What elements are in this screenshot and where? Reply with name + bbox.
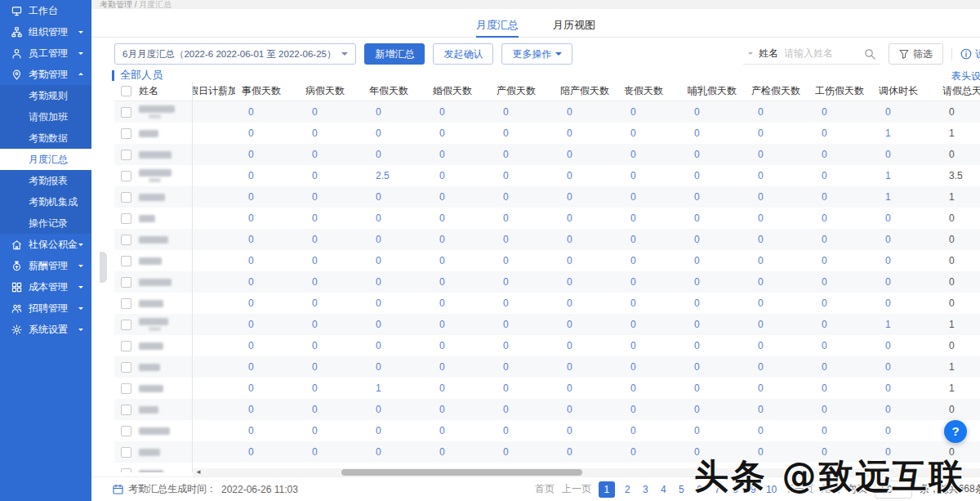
cell-link[interactable]: 0: [745, 297, 808, 309]
cell-link[interactable]: 0: [490, 404, 554, 415]
cell-link[interactable]: 0: [426, 106, 490, 118]
cell-link[interactable]: 0: [299, 212, 363, 224]
sidebar-item-org[interactable]: 组织管理: [0, 21, 91, 42]
cell-link[interactable]: 0: [808, 170, 872, 181]
cell-link[interactable]: 0: [554, 170, 617, 181]
sidebar-item-salary[interactable]: 薪酬管理: [0, 255, 91, 276]
cell-link[interactable]: 0: [554, 446, 617, 458]
cell-link[interactable]: 0: [808, 404, 872, 415]
row-checkbox[interactable]: [121, 171, 131, 181]
cell-link[interactable]: 0: [617, 212, 681, 224]
cell-link[interactable]: 0: [681, 127, 745, 139]
cell-link[interactable]: 0: [745, 361, 808, 373]
cell-link[interactable]: 0: [808, 425, 872, 436]
cell-link[interactable]: 0: [426, 361, 490, 373]
cell-link[interactable]: 0: [426, 276, 490, 288]
search-icon[interactable]: [864, 48, 875, 60]
cell-link[interactable]: 0: [363, 319, 426, 330]
cell-link[interactable]: 0: [363, 276, 426, 288]
cell-link[interactable]: 0: [426, 149, 490, 160]
cell-link[interactable]: 0: [426, 255, 490, 266]
info-link[interactable]: 说明: [960, 47, 980, 61]
row-checkbox[interactable]: [121, 128, 131, 139]
page-number[interactable]: 5: [676, 484, 687, 495]
cell-link[interactable]: 0: [426, 319, 490, 330]
more-actions-button[interactable]: 更多操作: [501, 43, 572, 65]
cell-link[interactable]: 0: [554, 404, 617, 415]
cell-link[interactable]: 0: [808, 212, 872, 224]
cell-link[interactable]: 0: [299, 404, 363, 415]
sidebar-subitem[interactable]: 考勤机集成: [0, 191, 91, 212]
row-checkbox[interactable]: [121, 235, 131, 245]
cell-link[interactable]: 0: [554, 319, 617, 330]
cell-link[interactable]: 0: [617, 276, 681, 288]
cell-link[interactable]: 0: [363, 425, 426, 436]
cell-link[interactable]: 0: [808, 106, 872, 118]
cell-link[interactable]: 0: [745, 382, 808, 394]
cell-link[interactable]: 0: [745, 319, 808, 330]
cell-link[interactable]: 0: [745, 212, 808, 224]
cell-link[interactable]: 0: [235, 446, 299, 458]
cell-link[interactable]: 1: [872, 127, 936, 139]
cell-link[interactable]: 0: [363, 361, 426, 373]
cell-link[interactable]: 0: [872, 149, 936, 160]
sidebar-item-workbench[interactable]: 工作台: [0, 0, 91, 21]
cell-link[interactable]: 0: [554, 127, 617, 139]
cell-link[interactable]: 0: [426, 425, 490, 436]
cell-link[interactable]: 0: [808, 191, 872, 203]
cell-link[interactable]: 0: [490, 382, 554, 394]
cell-link[interactable]: 0: [681, 106, 745, 118]
cell-link[interactable]: 0: [872, 297, 936, 309]
scroll-left-arrow-icon[interactable]: ◄: [195, 468, 202, 476]
cell-link[interactable]: 0: [808, 255, 872, 266]
cell-link[interactable]: 0: [872, 106, 936, 118]
sidebar-item-cost[interactable]: 成本管理: [0, 276, 91, 297]
cell-link[interactable]: 0: [681, 149, 745, 160]
cell-link[interactable]: 0: [681, 361, 745, 373]
cell-link[interactable]: 0: [617, 234, 681, 245]
cell-link[interactable]: 0: [363, 149, 426, 160]
cell-link[interactable]: 0: [617, 170, 681, 181]
cell-link[interactable]: 0: [235, 319, 299, 330]
cell-link[interactable]: 0: [745, 404, 808, 415]
cell-link[interactable]: 0: [681, 425, 745, 436]
cell-link[interactable]: 0: [426, 446, 490, 458]
cell-link[interactable]: 0: [490, 276, 554, 288]
cell-link[interactable]: 0: [363, 127, 426, 139]
help-button[interactable]: ?: [944, 420, 967, 443]
tab-monthly-summary[interactable]: 月度汇总: [476, 9, 519, 37]
cell-link[interactable]: 0: [235, 234, 299, 245]
cell-link[interactable]: 0: [872, 340, 936, 351]
cell-link[interactable]: 0: [745, 425, 808, 436]
cell-link[interactable]: 0: [808, 382, 872, 394]
cell-link[interactable]: 0: [490, 297, 554, 309]
cell-link[interactable]: 0: [235, 361, 299, 373]
cell-link[interactable]: 0: [490, 106, 554, 118]
cell-link[interactable]: 0: [235, 425, 299, 436]
sidebar-subitem[interactable]: 操作记录: [0, 212, 91, 234]
sidebar-item-recruit[interactable]: 招聘管理: [0, 297, 91, 319]
cell-link[interactable]: 0: [808, 361, 872, 373]
sidebar-item-employee[interactable]: 员工管理: [0, 42, 91, 64]
cell-link[interactable]: 0: [235, 106, 299, 118]
row-checkbox[interactable]: [121, 298, 131, 309]
cell-link[interactable]: 0: [490, 191, 554, 203]
cell-link[interactable]: 0: [363, 106, 426, 118]
cell-link[interactable]: 0: [617, 297, 681, 309]
cell-link[interactable]: 0: [681, 340, 745, 351]
cell-link[interactable]: 0: [299, 297, 363, 309]
row-checkbox[interactable]: [121, 320, 131, 330]
row-checkbox[interactable]: [121, 213, 131, 224]
cell-link[interactable]: 0: [235, 340, 299, 351]
page-number[interactable]: 4: [658, 484, 669, 495]
page-number[interactable]: 2: [622, 484, 633, 495]
cell-link[interactable]: 0: [808, 319, 872, 330]
cell-link[interactable]: 0: [426, 191, 490, 203]
cell-link[interactable]: 0: [681, 276, 745, 288]
cell-link[interactable]: 0: [363, 212, 426, 224]
cell-link[interactable]: 0: [299, 276, 363, 288]
cell-link[interactable]: 0: [426, 404, 490, 415]
cell-link[interactable]: 0: [681, 234, 745, 245]
cell-link[interactable]: 0: [490, 212, 554, 224]
cell-link[interactable]: 0: [554, 191, 617, 203]
